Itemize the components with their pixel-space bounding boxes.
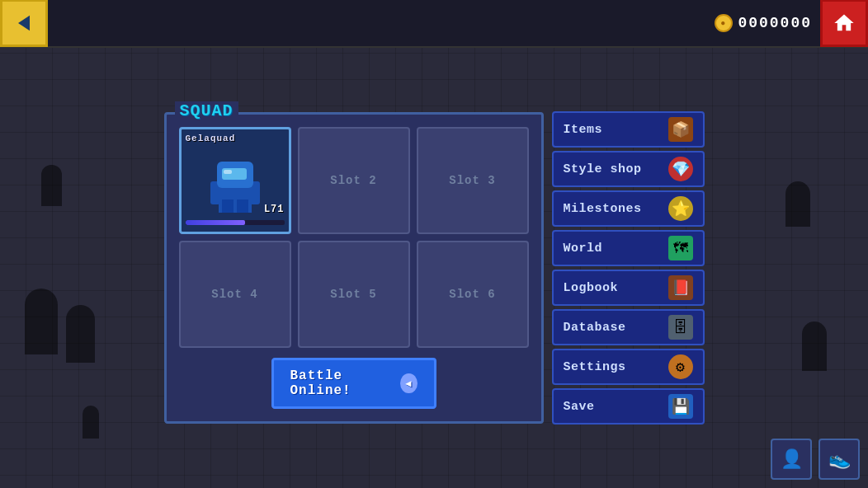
char-name: Gelaquad [186, 134, 236, 143]
battle-online-button[interactable]: Battle Online! ◀ [271, 358, 436, 409]
topbar-middle: ● 0000000 [48, 14, 820, 32]
menu-label-settings: Settings [564, 360, 626, 374]
menu-label-save: Save [564, 400, 595, 414]
menu-label-style-shop: Style shop [564, 162, 642, 176]
svg-marker-0 [18, 16, 30, 31]
menu-label-database: Database [564, 321, 626, 335]
topbar: ● 0000000 [0, 0, 868, 48]
menu-item-logbook[interactable]: Logbook 📕 [552, 270, 705, 306]
menu-panel: Items 📦 Style shop 💎 Milestones ⭐ World … [552, 111, 705, 425]
char-hp-fill [186, 220, 245, 225]
squad-slot-4[interactable]: Slot 4 [179, 241, 291, 348]
home-button[interactable] [820, 0, 868, 47]
main-content: SQUAD Gelaquad [0, 48, 868, 488]
slot-2-label: Slot 2 [330, 174, 376, 187]
menu-item-settings[interactable]: Settings ⚙ [552, 349, 705, 385]
style-icon: 💎 [668, 157, 693, 181]
squad-slot-5[interactable]: Slot 5 [298, 241, 410, 348]
squad-title: SQUAD [175, 101, 238, 120]
save-icon: 💾 [668, 394, 693, 419]
char-level: L71 [264, 204, 285, 215]
squad-panel: SQUAD Gelaquad [164, 112, 544, 424]
squad-slot-1[interactable]: Gelaquad [179, 127, 291, 234]
squad-slot-3[interactable]: Slot 3 [417, 127, 529, 234]
menu-item-items[interactable]: Items 📦 [552, 111, 705, 148]
menu-label-milestones: Milestones [564, 202, 642, 216]
menu-item-world[interactable]: World 🗺 [552, 230, 705, 266]
coin-icon: ● [715, 14, 733, 32]
corner-btn-2[interactable]: 👟 [818, 439, 860, 480]
menu-item-milestones[interactable]: Milestones ⭐ [552, 190, 705, 227]
menu-label-world: World [564, 242, 603, 256]
corner-btn-2-icon: 👟 [828, 448, 851, 471]
milestones-icon: ⭐ [668, 196, 693, 221]
char-hp-bar [186, 220, 285, 225]
back-button[interactable] [0, 0, 48, 47]
corner-btn-1[interactable]: 👤 [771, 439, 812, 480]
logbook-icon: 📕 [668, 275, 693, 300]
database-icon: 🗄 [668, 315, 693, 340]
menu-label-logbook: Logbook [564, 281, 619, 295]
menu-item-save[interactable]: Save 💾 [552, 388, 705, 425]
slot-3-label: Slot 3 [449, 174, 495, 187]
squad-slot-2[interactable]: Slot 2 [298, 127, 410, 234]
corner-btn-1-icon: 👤 [781, 448, 803, 471]
menu-label-items: Items [564, 123, 603, 137]
bottom-right-buttons: 👤 👟 [771, 439, 860, 480]
menu-item-style-shop[interactable]: Style shop 💎 [552, 151, 705, 187]
slot-4-label: Slot 4 [211, 288, 257, 301]
battle-btn-label: Battle Online! [290, 368, 394, 398]
menu-item-database[interactable]: Database 🗄 [552, 309, 705, 345]
slot-5-label: Slot 5 [330, 288, 376, 301]
back-icon [12, 12, 35, 35]
slot-6-label: Slot 6 [449, 288, 495, 301]
world-icon: 🗺 [668, 236, 693, 260]
settings-icon: ⚙ [668, 354, 693, 379]
svg-marker-1 [834, 15, 853, 31]
items-icon: 📦 [668, 117, 693, 142]
home-icon [833, 12, 856, 35]
coin-display: ● 0000000 [715, 14, 812, 32]
coin-amount: 0000000 [738, 15, 812, 31]
sound-icon: ◀ [400, 373, 417, 393]
squad-grid: Gelaquad [179, 127, 529, 348]
squad-slot-6[interactable]: Slot 6 [417, 241, 529, 348]
